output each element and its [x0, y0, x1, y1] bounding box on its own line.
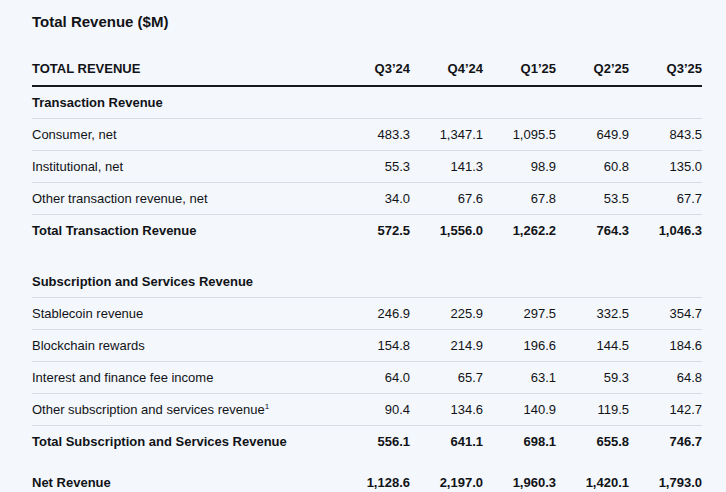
row-label: Net Revenue	[32, 467, 337, 492]
value-cell: 65.7	[410, 362, 483, 394]
row-label: Stablecoin revenue	[32, 298, 337, 330]
table-header-quarter: Q3’25	[629, 51, 702, 86]
spacer-row	[32, 457, 702, 467]
row-label: Transaction Revenue	[32, 86, 337, 119]
value-cell: 1,262.2	[483, 215, 556, 247]
value-cell: 641.1	[410, 426, 483, 458]
value-cell: 67.7	[629, 183, 702, 215]
value-cell	[483, 86, 556, 119]
report-page: Total Revenue ($M) TOTAL REVENUE Q3’24Q4…	[0, 0, 726, 492]
value-cell: 698.1	[483, 426, 556, 458]
value-cell: 141.3	[410, 151, 483, 183]
value-cell: 90.4	[337, 394, 410, 426]
value-cell: 60.8	[556, 151, 629, 183]
revenue-table: TOTAL REVENUE Q3’24Q4’24Q1’25Q2’25Q3’25 …	[32, 51, 702, 492]
row-label: Interest and finance fee income	[32, 362, 337, 394]
value-cell: 63.1	[483, 362, 556, 394]
value-cell	[337, 86, 410, 119]
value-cell	[410, 266, 483, 298]
value-cell	[410, 86, 483, 119]
value-cell: 556.1	[337, 426, 410, 458]
value-cell: 34.0	[337, 183, 410, 215]
value-cell: 53.5	[556, 183, 629, 215]
value-cell: 2,197.0	[410, 467, 483, 492]
value-cell: 483.3	[337, 119, 410, 151]
value-cell: 1,960.3	[483, 467, 556, 492]
value-cell: 67.6	[410, 183, 483, 215]
spacer-cell	[32, 246, 702, 266]
value-cell: 246.9	[337, 298, 410, 330]
data-row: Other transaction revenue, net34.067.667…	[32, 183, 702, 215]
data-row: Stablecoin revenue246.9225.9297.5332.535…	[32, 298, 702, 330]
row-label: Institutional, net	[32, 151, 337, 183]
value-cell: 184.6	[629, 330, 702, 362]
value-cell: 1,793.0	[629, 467, 702, 492]
value-cell: 655.8	[556, 426, 629, 458]
value-cell: 196.6	[483, 330, 556, 362]
table-header-quarter: Q1’25	[483, 51, 556, 86]
value-cell: 1,556.0	[410, 215, 483, 247]
total-row: Net Revenue1,128.62,197.01,960.31,420.11…	[32, 467, 702, 492]
value-cell: 214.9	[410, 330, 483, 362]
table-header-label: TOTAL REVENUE	[32, 51, 337, 86]
row-label: Subscription and Services Revenue	[32, 266, 337, 298]
value-cell: 142.7	[629, 394, 702, 426]
value-cell: 649.9	[556, 119, 629, 151]
data-row: Institutional, net55.3141.398.960.8135.0	[32, 151, 702, 183]
row-label: Total Subscription and Services Revenue	[32, 426, 337, 458]
table-body: Transaction RevenueConsumer, net483.31,3…	[32, 86, 702, 492]
data-row: Blockchain rewards154.8214.9196.6144.518…	[32, 330, 702, 362]
value-cell: 67.8	[483, 183, 556, 215]
value-cell: 843.5	[629, 119, 702, 151]
value-cell: 64.8	[629, 362, 702, 394]
value-cell: 144.5	[556, 330, 629, 362]
value-cell: 55.3	[337, 151, 410, 183]
data-row: Interest and finance fee income64.065.76…	[32, 362, 702, 394]
spacer-row	[32, 246, 702, 266]
value-cell: 764.3	[556, 215, 629, 247]
value-cell	[483, 266, 556, 298]
section-header-row: Transaction Revenue	[32, 86, 702, 119]
row-label: Other transaction revenue, net	[32, 183, 337, 215]
data-row: Consumer, net483.31,347.11,095.5649.9843…	[32, 119, 702, 151]
footnote-marker: 1	[265, 402, 269, 411]
value-cell: 354.7	[629, 298, 702, 330]
value-cell: 119.5	[556, 394, 629, 426]
table-header-row: TOTAL REVENUE Q3’24Q4’24Q1’25Q2’25Q3’25	[32, 51, 702, 86]
value-cell: 1,095.5	[483, 119, 556, 151]
value-cell: 64.0	[337, 362, 410, 394]
value-cell: 332.5	[556, 298, 629, 330]
value-cell	[556, 86, 629, 119]
value-cell: 572.5	[337, 215, 410, 247]
row-label: Blockchain rewards	[32, 330, 337, 362]
row-label: Other subscription and services revenue1	[32, 394, 337, 426]
table-header-quarter: Q2’25	[556, 51, 629, 86]
value-cell: 135.0	[629, 151, 702, 183]
row-label: Consumer, net	[32, 119, 337, 151]
value-cell	[556, 266, 629, 298]
section-header-row: Subscription and Services Revenue	[32, 266, 702, 298]
value-cell	[629, 86, 702, 119]
total-row: Total Subscription and Services Revenue5…	[32, 426, 702, 458]
value-cell: 1,046.3	[629, 215, 702, 247]
table-header-quarter: Q4’24	[410, 51, 483, 86]
total-row: Total Transaction Revenue572.51,556.01,2…	[32, 215, 702, 247]
value-cell	[337, 266, 410, 298]
page-title: Total Revenue ($M)	[32, 13, 702, 31]
spacer-cell	[32, 457, 702, 467]
value-cell	[629, 266, 702, 298]
value-cell: 746.7	[629, 426, 702, 458]
data-row: Other subscription and services revenue1…	[32, 394, 702, 426]
value-cell: 297.5	[483, 298, 556, 330]
value-cell: 98.9	[483, 151, 556, 183]
value-cell: 140.9	[483, 394, 556, 426]
value-cell: 225.9	[410, 298, 483, 330]
value-cell: 154.8	[337, 330, 410, 362]
row-label: Total Transaction Revenue	[32, 215, 337, 247]
value-cell: 59.3	[556, 362, 629, 394]
value-cell: 134.6	[410, 394, 483, 426]
table-header-quarter: Q3’24	[337, 51, 410, 86]
value-cell: 1,420.1	[556, 467, 629, 492]
value-cell: 1,128.6	[337, 467, 410, 492]
value-cell: 1,347.1	[410, 119, 483, 151]
